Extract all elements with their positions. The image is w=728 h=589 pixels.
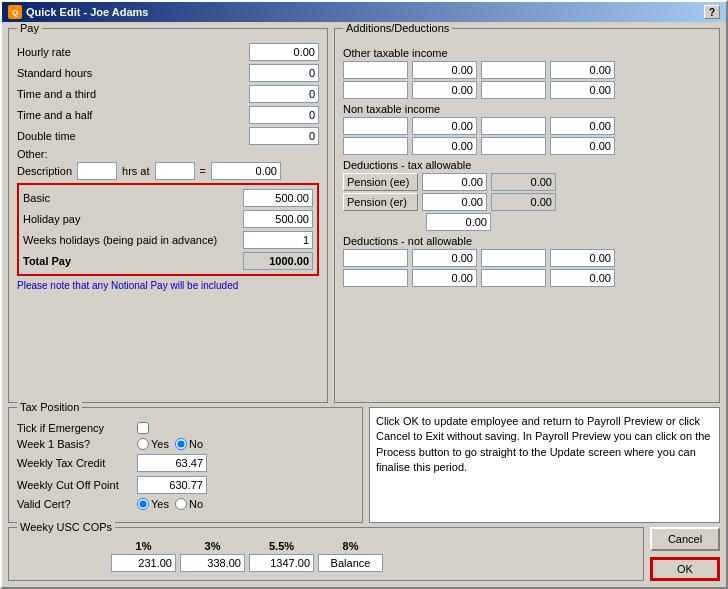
nt-input-1c[interactable] [481, 117, 546, 135]
nt-input-2d[interactable] [550, 137, 615, 155]
holiday-pay-input[interactable] [243, 210, 313, 228]
usc-col3-input[interactable] [249, 554, 314, 572]
na-input-2c[interactable] [481, 269, 546, 287]
weeks-holidays-row: Weeks holidays (being paid in advance) [23, 231, 313, 249]
time-third-label: Time and a third [17, 88, 249, 100]
basic-row: Basic [23, 189, 313, 207]
weeks-holidays-label: Weeks holidays (being paid in advance) [23, 234, 243, 246]
titlebar-left: Q Quick Edit - Joe Adams [8, 5, 148, 19]
weekly-cutoff-input[interactable] [137, 476, 207, 494]
valid-cert-label: Valid Cert? [17, 498, 137, 510]
ok-button[interactable]: OK [650, 557, 720, 581]
usc-col2-input[interactable] [180, 554, 245, 572]
add-input-2b[interactable] [412, 81, 477, 99]
standard-hours-row: Standard hours [17, 64, 319, 82]
weekly-tax-input[interactable] [137, 454, 207, 472]
add-input-1d[interactable] [550, 61, 615, 79]
standard-hours-label: Standard hours [17, 67, 249, 79]
double-time-row: Double time [17, 127, 319, 145]
total-pay-input [243, 252, 313, 270]
pay-groupbox: Pay Hourly rate Standard hours Time and … [8, 28, 328, 403]
valid-cert-yes-radio[interactable] [137, 498, 149, 510]
time-third-input[interactable] [249, 85, 319, 103]
na-input-2a[interactable] [343, 269, 408, 287]
additions-label: Additions/Deductions [343, 22, 452, 34]
basic-input[interactable] [243, 189, 313, 207]
double-time-input[interactable] [249, 127, 319, 145]
emergency-row: Tick if Emergency [17, 422, 354, 434]
na-input-1a[interactable] [343, 249, 408, 267]
add-input-2d[interactable] [550, 81, 615, 99]
valid-cert-yes-item: Yes [137, 498, 169, 510]
week1-label: Week 1 Basis? [17, 438, 137, 450]
na-input-1c[interactable] [481, 249, 546, 267]
pension-extra-input[interactable] [426, 213, 491, 231]
equals-label: = [200, 165, 206, 177]
valid-cert-row: Valid Cert? Yes No [17, 498, 354, 510]
pension-ee-row: Pension (ee) [343, 173, 711, 191]
notice-text: Please note that any Notional Pay will b… [17, 280, 319, 291]
other-taxable-label: Other taxable income [343, 47, 711, 59]
tax-section: Tax Position Tick if Emergency Week 1 Ba… [8, 407, 720, 523]
usc-label: Weeky USC COPs [17, 521, 115, 533]
holiday-pay-row: Holiday pay [23, 210, 313, 228]
pension-er-row: Pension (er) [343, 193, 711, 211]
emergency-checkbox[interactable] [137, 422, 149, 434]
deductions-not-label: Deductions - not allowable [343, 235, 711, 247]
nt-input-1d[interactable] [550, 117, 615, 135]
add-input-1b[interactable] [412, 61, 477, 79]
bottom-row: Weeky USC COPs 1% 3% 5.5% [8, 527, 720, 581]
pension-extra-row [343, 213, 711, 231]
time-half-input[interactable] [249, 106, 319, 124]
pension-er-input1[interactable] [422, 193, 487, 211]
na-input-1d[interactable] [550, 249, 615, 267]
na-input-1b[interactable] [412, 249, 477, 267]
other-taxable-row-1 [343, 61, 711, 79]
description-label: Description [17, 165, 72, 177]
hourly-rate-input[interactable] [249, 43, 319, 61]
na-input-2b[interactable] [412, 269, 477, 287]
add-input-1a[interactable] [343, 61, 408, 79]
other-row: Description hrs at = [17, 162, 319, 180]
week1-no-label: No [189, 438, 203, 450]
holiday-pay-label: Holiday pay [23, 213, 243, 225]
weekly-tax-label: Weekly Tax Credit [17, 457, 137, 469]
hrs-input[interactable] [155, 162, 195, 180]
add-input-2c[interactable] [481, 81, 546, 99]
add-input-1c[interactable] [481, 61, 546, 79]
nt-input-2b[interactable] [412, 137, 477, 155]
basic-label: Basic [23, 192, 243, 204]
weeks-holidays-input[interactable] [243, 231, 313, 249]
double-time-label: Double time [17, 130, 249, 142]
pension-ee-button[interactable]: Pension (ee) [343, 173, 418, 191]
weekly-tax-row: Weekly Tax Credit [17, 454, 354, 472]
pension-ee-input2[interactable] [491, 173, 556, 191]
usc-col1-input[interactable] [111, 554, 176, 572]
description-input[interactable] [77, 162, 117, 180]
other-total-input[interactable] [211, 162, 281, 180]
weekly-cutoff-row: Weekly Cut Off Point [17, 476, 354, 494]
weekly-cutoff-label: Weekly Cut Off Point [17, 479, 137, 491]
pension-er-input2[interactable] [491, 193, 556, 211]
usc-section: Weeky USC COPs 1% 3% 5.5% [8, 527, 644, 581]
na-input-2d[interactable] [550, 269, 615, 287]
nt-input-1a[interactable] [343, 117, 408, 135]
nt-input-2a[interactable] [343, 137, 408, 155]
cancel-button[interactable]: Cancel [650, 527, 720, 551]
pay-label: Pay [17, 22, 42, 34]
titlebar: Q Quick Edit - Joe Adams ? [2, 2, 726, 22]
pension-ee-input1[interactable] [422, 173, 487, 191]
add-input-2a[interactable] [343, 81, 408, 99]
usc-col4-pct: 8% [343, 540, 359, 552]
non-taxable-row-1 [343, 117, 711, 135]
standard-hours-input[interactable] [249, 64, 319, 82]
nt-input-1b[interactable] [412, 117, 477, 135]
week1-yes-radio[interactable] [137, 438, 149, 450]
week1-no-radio[interactable] [175, 438, 187, 450]
nt-input-2c[interactable] [481, 137, 546, 155]
pension-er-button[interactable]: Pension (er) [343, 193, 418, 211]
week1-yes-label: Yes [151, 438, 169, 450]
help-button[interactable]: ? [704, 5, 720, 19]
not-allowable-row-2 [343, 269, 711, 287]
valid-cert-no-radio[interactable] [175, 498, 187, 510]
